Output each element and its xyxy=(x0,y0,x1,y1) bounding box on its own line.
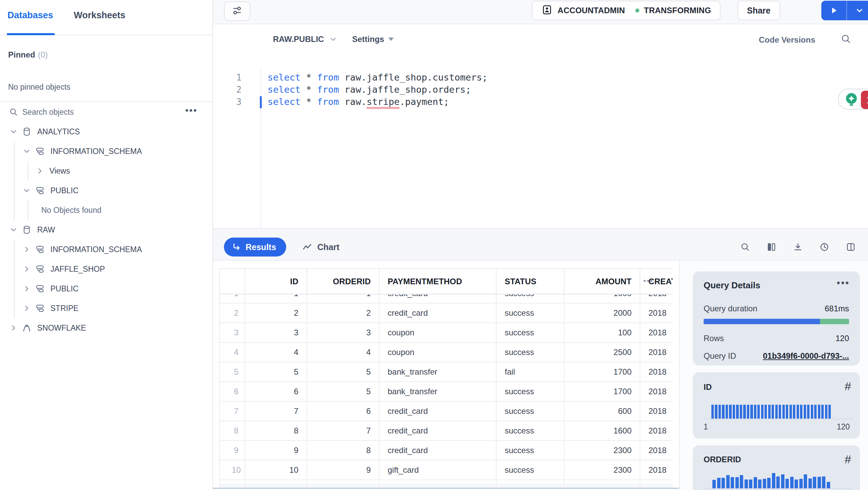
tree-item-jaffle-shop[interactable]: JAFFLE_SHOP xyxy=(0,259,212,279)
table-cell[interactable]: bank_transfer xyxy=(380,362,497,382)
table-cell[interactable]: credit_card xyxy=(380,421,497,441)
object-search[interactable]: Search objects ••• xyxy=(0,102,212,122)
column-header-rownum[interactable] xyxy=(219,269,245,294)
code-line[interactable]: select * from raw.stripe.payment; xyxy=(268,96,487,108)
table-cell[interactable]: credit_card xyxy=(380,441,497,461)
copilot-suggestion-pill[interactable]: 1 xyxy=(838,89,868,110)
table-cell[interactable]: credit_card xyxy=(380,402,497,421)
table-cell[interactable]: coupon xyxy=(380,343,497,362)
table-cell[interactable]: 2300 xyxy=(565,441,640,461)
split-panel-button[interactable] xyxy=(846,242,856,252)
search-options-menu-icon[interactable]: ••• xyxy=(185,105,198,116)
search-results-button[interactable] xyxy=(740,242,750,252)
query-details-menu-icon[interactable]: ••• xyxy=(837,277,850,288)
column-header-id[interactable]: ID xyxy=(245,269,307,294)
table-cell[interactable]: success xyxy=(497,343,565,362)
column-header-orderid[interactable]: ORDERID xyxy=(307,269,380,294)
table-cell[interactable]: success xyxy=(497,382,565,402)
column-stats-card-orderid[interactable]: ORDERID # xyxy=(693,445,860,490)
chevron-right-icon[interactable] xyxy=(23,305,31,312)
run-options-button[interactable] xyxy=(847,1,868,20)
run-split-button[interactable] xyxy=(821,1,868,20)
table-cell[interactable]: 1700 xyxy=(565,362,640,382)
table-cell[interactable]: success xyxy=(497,304,565,323)
tree-item-views[interactable]: Views xyxy=(0,161,212,181)
table-cell[interactable]: 3 xyxy=(307,323,380,343)
tab-databases[interactable]: Databases xyxy=(7,10,53,21)
table-row[interactable]: 222credit_cardsuccess20002018 xyxy=(219,304,673,323)
table-cell[interactable]: credit_card xyxy=(380,294,497,304)
table-cell[interactable]: 3 xyxy=(219,323,245,343)
tree-item-information-schema[interactable]: INFORMATION_SCHEMA xyxy=(0,240,212,259)
tree-item-public[interactable]: PUBLIC xyxy=(0,279,212,298)
table-cell[interactable]: 2000 xyxy=(565,304,640,323)
tree-item-stripe[interactable]: STRIPE xyxy=(0,298,212,318)
chevron-right-icon[interactable] xyxy=(23,265,31,273)
table-cell[interactable]: 2500 xyxy=(565,343,640,362)
table-cell[interactable]: 2018 xyxy=(640,343,673,362)
table-cell[interactable]: 6 xyxy=(245,382,307,402)
table-row[interactable]: 333couponsuccess1002018 xyxy=(219,323,673,343)
columns-button[interactable] xyxy=(767,242,777,252)
table-row[interactable]: 665bank_transfersuccess17002018 xyxy=(219,382,673,402)
results-grid[interactable]: IDORDERIDPAYMENTMETHODSTATUSAMOUNTCREATE… xyxy=(219,268,673,489)
worksheet-options-button[interactable] xyxy=(224,1,250,21)
table-cell[interactable]: 2018 xyxy=(640,441,673,461)
share-button[interactable]: Share xyxy=(737,1,780,20)
table-cell[interactable]: success xyxy=(497,421,565,441)
table-cell[interactable]: bank_transfer xyxy=(380,382,497,402)
table-cell[interactable]: 6 xyxy=(307,402,380,421)
tree-item-information-schema[interactable]: INFORMATION_SCHEMA xyxy=(0,141,212,161)
code-versions-link[interactable]: Code Versions xyxy=(759,35,815,45)
table-cell[interactable]: success xyxy=(497,402,565,421)
chevron-down-icon[interactable] xyxy=(23,148,31,155)
table-cell[interactable]: 5 xyxy=(307,362,380,382)
chevron-down-icon[interactable] xyxy=(23,187,31,194)
code-line[interactable]: select * from raw.jaffle_shop.customers; xyxy=(268,71,487,84)
table-cell[interactable]: 1000 xyxy=(565,294,640,304)
table-cell[interactable]: 7 xyxy=(307,421,380,441)
table-cell[interactable]: 5 xyxy=(245,362,307,382)
table-cell[interactable]: 4 xyxy=(219,343,245,362)
table-row[interactable]: 10109gift_cardsuccess23002018 xyxy=(219,461,673,480)
table-row[interactable]: 555bank_transferfail17002018 xyxy=(219,362,673,382)
column-header-paymentmethod[interactable]: PAYMENTMETHOD xyxy=(380,269,497,294)
database-context-selector[interactable]: RAW.PUBLIC xyxy=(273,35,338,44)
table-cell[interactable]: 1700 xyxy=(565,382,640,402)
table-cell[interactable]: 9 xyxy=(245,441,307,461)
table-cell[interactable]: 9 xyxy=(307,461,380,480)
column-header-status[interactable]: STATUS xyxy=(497,269,565,294)
download-button[interactable] xyxy=(793,242,803,252)
table-cell[interactable]: 2018 xyxy=(640,402,673,421)
table-cell[interactable]: 10 xyxy=(219,461,245,480)
table-cell[interactable]: 5 xyxy=(307,382,380,402)
table-cell[interactable]: success xyxy=(497,294,565,304)
table-row[interactable]: 776credit_cardsuccess6002018 xyxy=(219,402,673,421)
column-menu-icon[interactable]: ••• xyxy=(643,276,653,285)
table-cell[interactable]: 2018 xyxy=(640,382,673,402)
table-cell[interactable]: success xyxy=(497,323,565,343)
table-cell[interactable]: 2018 xyxy=(640,362,673,382)
table-cell[interactable]: credit_card xyxy=(380,304,497,323)
chevron-down-icon[interactable] xyxy=(9,226,18,233)
table-cell[interactable]: 2 xyxy=(245,304,307,323)
role-warehouse-selector[interactable]: ACCOUNTADMIN TRANSFORMING xyxy=(532,1,721,20)
grid-body[interactable]: 111credit_cardsuccess10002018222credit_c… xyxy=(219,294,673,488)
column-header-amount[interactable]: AMOUNT xyxy=(565,269,640,294)
tree-item-snowflake[interactable]: SNOWFLAKE xyxy=(0,318,212,338)
table-cell[interactable]: coupon xyxy=(380,323,497,343)
tree-item-analytics[interactable]: ANALYTICS xyxy=(0,122,212,141)
table-cell[interactable]: 2 xyxy=(307,304,380,323)
table-cell[interactable]: 2018 xyxy=(640,294,673,304)
query-id-link[interactable]: 01b349f6-0000-d793-... xyxy=(763,351,849,361)
table-row[interactable]: 444couponsuccess25002018 xyxy=(219,343,673,362)
table-cell[interactable]: 100 xyxy=(565,323,640,343)
tab-chart[interactable]: Chart xyxy=(302,238,339,257)
table-cell[interactable]: 8 xyxy=(307,441,380,461)
table-cell[interactable]: 1600 xyxy=(565,421,640,441)
code-line[interactable]: select * from raw.jaffle_shop.orders; xyxy=(268,84,487,96)
table-cell[interactable]: fail xyxy=(497,362,565,382)
table-row[interactable]: 998credit_cardsuccess23002018 xyxy=(219,441,673,461)
table-cell[interactable]: 1 xyxy=(219,294,245,304)
chevron-right-icon[interactable] xyxy=(23,285,31,292)
